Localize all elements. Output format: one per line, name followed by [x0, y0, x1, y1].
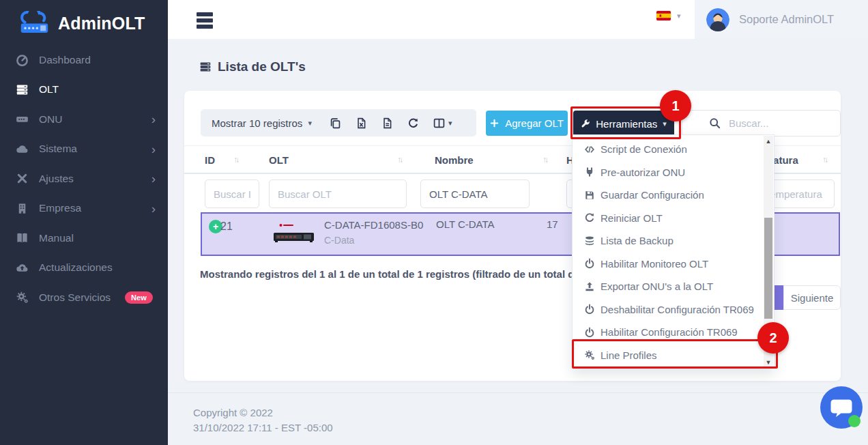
plus-icon [490, 119, 499, 128]
user-menu[interactable]: Soporte AdminOLT [695, 0, 868, 39]
scroll-down-icon[interactable]: ▼ [764, 357, 773, 367]
chevron-right-icon: › [151, 202, 156, 215]
menu-item-label: Exportar ONU's a la OLT [601, 281, 713, 292]
columns-button[interactable]: ▾ [433, 117, 452, 129]
sidebar-item-ajustes[interactable]: Ajustes› [0, 164, 168, 194]
menu-item-habilitar-configuraci-n-tr069[interactable]: Habilitar Configuración TR069 [573, 321, 774, 344]
menu-item-label: Script de Conexión [601, 143, 687, 155]
sidebar-item-label: Otros Servicios [39, 291, 111, 304]
sidebar-item-label: ONU [39, 113, 62, 126]
sidebar-item-label: Dashboard [39, 54, 91, 66]
scrollbar-thumb[interactable] [764, 218, 772, 319]
brand[interactable]: AdminOLT [0, 0, 168, 40]
sort-icon: ↑↓ [397, 155, 401, 164]
menu-item-script-de-conexi-n[interactable]: Script de Conexión [573, 138, 774, 161]
menu-item-label: Pre-autorizar ONU [601, 167, 685, 178]
page-title: Lista de OLT's [199, 59, 306, 74]
menu-item-line-profiles[interactable]: Line Profiles [573, 344, 774, 367]
copyright-text: Copyright © 2022 [193, 407, 273, 418]
server-icon [16, 83, 29, 96]
caret-down-icon: ▾ [663, 120, 667, 128]
filter-nombre-input[interactable] [420, 180, 530, 208]
cell-id: 21 [220, 220, 233, 233]
caret-down-icon: ▾ [677, 12, 681, 20]
power-icon [584, 258, 595, 269]
sidebar-item-otros-servicios[interactable]: Otros ServiciosNew [0, 283, 168, 313]
menu-item-label: Guardar Configuración [601, 189, 704, 201]
menu-item-deshabilitar-configuraci-n-tr069[interactable]: Deshabilitar Configuración TR069 [573, 298, 774, 321]
column-header-nombre[interactable]: Nombre↑↓ [435, 146, 474, 173]
language-selector[interactable]: ▾ [656, 11, 681, 20]
next-page-button[interactable]: Siguiente [783, 285, 841, 310]
sidebar-item-manual[interactable]: Manual [0, 223, 168, 253]
olt-list-icon [199, 61, 212, 73]
copy-icon [330, 117, 341, 129]
database-icon [584, 235, 595, 246]
menu-item-guardar-configuraci-n[interactable]: Guardar Configuración [573, 184, 774, 207]
copy-button[interactable] [330, 117, 341, 129]
refresh-button[interactable] [407, 117, 419, 129]
upload-icon [584, 281, 595, 292]
sidebar-item-label: Empresa [39, 202, 81, 214]
wrench-icon [581, 119, 590, 128]
file-text-button[interactable] [381, 117, 393, 129]
table-toolbar: Mostrar 10 registros ▾ ▾ [201, 109, 476, 137]
sidebar-item-label: Manual [39, 232, 74, 244]
datetime-text: 31/10/2022 17:11 - EST -05:00 [193, 422, 333, 433]
sidebar-item-dashboard[interactable]: Dashboard [0, 45, 168, 75]
menu-item-pre-autorizar-onu[interactable]: Pre-autorizar ONU [573, 161, 774, 184]
filter-id-input[interactable] [205, 180, 259, 208]
topbar: ▾ Soporte AdminOLT [168, 0, 868, 39]
sort-icon: ↑↓ [822, 155, 826, 164]
columns-icon [433, 117, 445, 129]
menu-item-label: Reiniciar OLT [601, 212, 663, 224]
gears-icon [16, 291, 29, 304]
onu-icon [16, 113, 29, 126]
filter-olt-input[interactable] [269, 180, 407, 208]
show-records-select[interactable]: Mostrar 10 registros ▾ [212, 117, 312, 129]
menu-item-habilitar-monitoreo-olt[interactable]: Habilitar Monitoreo OLT [573, 253, 774, 276]
add-olt-label: Agregar OLT [505, 117, 564, 129]
olt-device-image [271, 218, 317, 248]
sidebar-item-actualizaciones[interactable]: Actualizaciones [0, 253, 168, 283]
menu-item-label: Habilitar Monitoreo OLT [601, 258, 708, 270]
spain-flag-icon [656, 11, 671, 20]
menu-item-label: Deshabilitar Configuración TR069 [601, 304, 754, 315]
brand-name: AdminOLT [58, 14, 145, 33]
power-icon [584, 304, 595, 315]
excel-button[interactable] [356, 117, 367, 129]
menu-item-lista-de-backup[interactable]: Lista de Backup [573, 229, 774, 253]
add-olt-button[interactable]: Agregar OLT [486, 111, 568, 136]
power-icon [584, 327, 595, 338]
menu-item-reiniciar-olt[interactable]: Reiniciar OLT [573, 207, 774, 230]
sort-icon: ↑↓ [542, 155, 547, 164]
tools-button[interactable]: Herramientas ▾ [573, 111, 674, 137]
sidebar-item-olt[interactable]: OLT [0, 75, 168, 105]
column-label: ID [205, 154, 215, 166]
column-header-olt[interactable]: OLT↑↓ [269, 146, 289, 173]
column-label: Nombre [435, 154, 474, 166]
caret-down-icon: ▾ [448, 119, 452, 127]
chevron-right-icon: › [151, 113, 156, 126]
sidebar-item-onu[interactable]: ONU› [0, 104, 168, 134]
scroll-up-icon[interactable]: ▲ [764, 136, 773, 146]
page-title-text: Lista de OLT's [218, 59, 306, 74]
online-status-dot [848, 415, 860, 427]
sidebar-item-label: Ajustes [39, 173, 74, 185]
menu-item-exportar-onu-s-a-la-olt[interactable]: Exportar ONU's a la OLT [573, 275, 774, 298]
search-input[interactable] [682, 110, 841, 137]
search-icon [709, 117, 721, 129]
excel-icon [356, 117, 367, 129]
new-badge: New [125, 291, 153, 304]
export-buttons: ▾ [330, 117, 452, 129]
caret-down-icon: ▾ [308, 119, 312, 127]
dropdown-scrollbar[interactable]: ▲ ▼ [764, 136, 773, 367]
hamburger-menu-icon[interactable] [197, 12, 213, 29]
gears-icon [584, 349, 595, 360]
cell-olt-vendor: C-Data [324, 235, 354, 246]
sidebar-item-empresa[interactable]: Empresa› [0, 194, 168, 224]
app-window: AdminOLT DashboardOLTONU›Sistema›Ajustes… [0, 0, 868, 445]
sidebar-item-label: Sistema [39, 143, 77, 155]
column-header-id[interactable]: ID↑↓ [205, 146, 215, 173]
sidebar-item-sistema[interactable]: Sistema› [0, 134, 168, 164]
